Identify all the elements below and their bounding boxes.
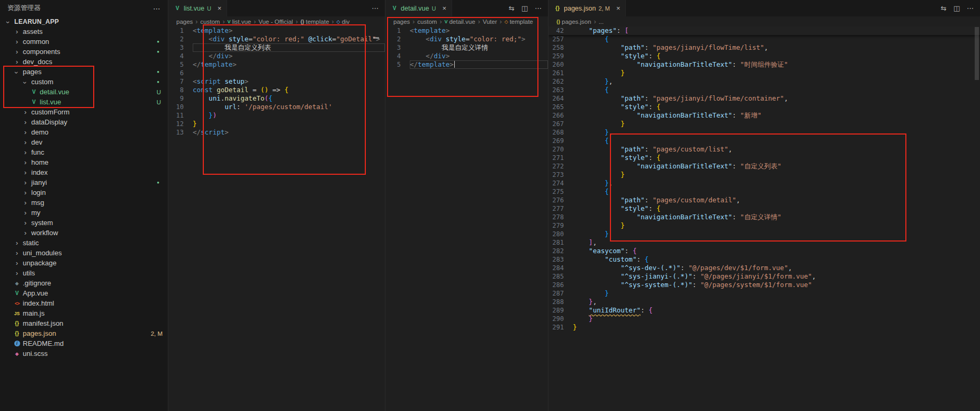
code-line-4[interactable]: 4 </div> xyxy=(168,52,385,60)
tree-item-uni-modules[interactable]: ›uni_modules xyxy=(0,248,168,258)
code-line-286[interactable]: 286 "^sys-system-(.*)": "@/pages/system/… xyxy=(549,281,980,289)
code-line-260[interactable]: 260 "navigationBarTitleText": "时间组件验证" xyxy=(549,60,980,69)
tree-item-datadisplay[interactable]: ›dataDisplay xyxy=(0,117,168,127)
tree-item-main-js[interactable]: JSmain.js xyxy=(0,308,168,318)
code-line-284[interactable]: 284 "^sys-dev-(.*)": "@/pages/dev/$1/for… xyxy=(549,264,980,272)
code-line-268[interactable]: 268 }, xyxy=(549,128,980,137)
tree-item-manifest-json[interactable]: {}manifest.json xyxy=(0,318,168,328)
code-line-291[interactable]: 291} xyxy=(549,323,980,332)
breadcrumb-item-list-vue[interactable]: Vlist.vue xyxy=(227,19,251,25)
code-line-6[interactable]: 6 xyxy=(168,69,385,77)
code-line-5[interactable]: 5</template> xyxy=(385,60,548,69)
breadcrumb-item-pages[interactable]: pages xyxy=(393,19,410,25)
tree-item-pages-json[interactable]: {}pages.json2, M xyxy=(0,328,168,338)
changes-icon[interactable]: ⇆ xyxy=(509,4,515,12)
code-line-1[interactable]: 1<template> xyxy=(385,26,548,35)
tree-item-learun-app[interactable]: ›LEARUN_APP xyxy=(0,16,168,26)
tree-item-index[interactable]: ›index xyxy=(0,167,168,177)
code-area[interactable]: 1<template>2 <div style="color: red;" @c… xyxy=(168,26,385,411)
tree-item-index-html[interactable]: <>index.html xyxy=(0,298,168,308)
tree-item-workflow[interactable]: ›workflow xyxy=(0,228,168,238)
breadcrumb-item-template[interactable]: {}template xyxy=(300,19,329,25)
tab-detail-vue[interactable]: Vdetail.vueU× xyxy=(385,0,452,16)
breadcrumb-item-vue-official[interactable]: Vue - Official xyxy=(258,19,293,25)
code-line-261[interactable]: 261 } xyxy=(549,69,980,77)
code-line-280[interactable]: 280 } xyxy=(549,230,980,238)
tree-item-static[interactable]: ›static xyxy=(0,238,168,248)
more-icon[interactable]: ⋯ xyxy=(535,4,542,12)
code-line-258[interactable]: 258 "path": "pages/jianyi/flowTime/list"… xyxy=(549,43,980,52)
code-line-262[interactable]: 262 }, xyxy=(549,77,980,86)
tree-item-uni-scss[interactable]: ◆uni.scss xyxy=(0,349,168,359)
code-line-265[interactable]: 265 "style": { xyxy=(549,103,980,111)
breadcrumb-item-vuter[interactable]: Vuter xyxy=(483,19,497,25)
code-line-42[interactable]: 42 "pages": [ xyxy=(549,26,980,35)
code-line-266[interactable]: 266 "navigationBarTitleText": "新增" xyxy=(549,111,980,120)
breadcrumb-item-custom[interactable]: custom xyxy=(417,19,437,25)
tree-item-login[interactable]: ›login xyxy=(0,187,168,198)
code-line-257[interactable]: 257 { xyxy=(549,35,980,43)
tree-item-customform[interactable]: ›customForm xyxy=(0,107,168,117)
code-line-13[interactable]: 13</script> xyxy=(168,128,385,137)
breadcrumb-item-pages-json[interactable]: {}pages.json xyxy=(556,19,591,25)
breadcrumb-item-div[interactable]: ◇div xyxy=(337,19,350,25)
tab-list-vue[interactable]: Vlist.vueU× xyxy=(168,0,227,16)
code-line-278[interactable]: 278 "navigationBarTitleText": "自定义详情" xyxy=(549,213,980,221)
more-icon[interactable]: ⋯ xyxy=(967,4,974,12)
tree-item-pages[interactable]: ›pages● xyxy=(0,67,168,77)
tree-item-msg[interactable]: ›msg xyxy=(0,198,168,208)
tree-item-dev-docs[interactable]: ›dev_docs xyxy=(0,57,168,67)
tree-item-common[interactable]: ›common● xyxy=(0,37,168,47)
code-line-1[interactable]: 1<template> xyxy=(168,26,385,35)
tree-item-app-vue[interactable]: VApp.vue xyxy=(0,288,168,298)
code-line-269[interactable]: 269 { xyxy=(549,137,980,145)
breadcrumb-item-[interactable]: ... xyxy=(599,19,604,25)
code-area[interactable]: 1<template>2 <div style="color: red;">3 … xyxy=(385,26,548,411)
code-line-3[interactable]: 3 我是自定义详情 xyxy=(385,43,548,52)
split-editor-icon[interactable]: ◫ xyxy=(522,4,528,12)
code-line-11[interactable]: 11 }) xyxy=(168,111,385,120)
code-line-270[interactable]: 270 "path": "pages/custom/list", xyxy=(549,145,980,154)
tree-item-components[interactable]: ›components● xyxy=(0,47,168,57)
tree-item-my[interactable]: ›my xyxy=(0,208,168,218)
code-line-2[interactable]: 2 <div style="color: red;"> xyxy=(385,35,548,43)
breadcrumb-item-pages[interactable]: pages xyxy=(176,19,193,25)
tree-item-demo[interactable]: ›demo xyxy=(0,127,168,137)
code-line-288[interactable]: 288 }, xyxy=(549,298,980,306)
close-icon[interactable]: × xyxy=(616,4,621,12)
tree-item-detail-vue[interactable]: Vdetail.vueU xyxy=(0,87,168,97)
changes-icon[interactable]: ⇆ xyxy=(941,4,947,12)
code-line-2[interactable]: 2 <div style="color: red;" @click="goDet… xyxy=(168,35,385,43)
code-line-259[interactable]: 259 "style": { xyxy=(549,52,980,60)
code-line-12[interactable]: 12} xyxy=(168,120,385,128)
code-line-290[interactable]: 290 } xyxy=(549,315,980,323)
code-line-4[interactable]: 4 </div> xyxy=(385,52,548,60)
code-line-279[interactable]: 279 } xyxy=(549,221,980,230)
tree-item-unpackage[interactable]: ›unpackage xyxy=(0,258,168,268)
breadcrumb-item-template[interactable]: ◇template xyxy=(505,19,533,25)
code-line-274[interactable]: 274 }, xyxy=(549,179,980,187)
code-line-275[interactable]: 275 { xyxy=(549,187,980,196)
code-line-281[interactable]: 281 ], xyxy=(549,238,980,247)
tree-item-home[interactable]: ›home xyxy=(0,157,168,167)
code-line-264[interactable]: 264 "path": "pages/jianyi/flowTime/conta… xyxy=(549,94,980,103)
code-line-8[interactable]: 8const goDetail = () => { xyxy=(168,86,385,94)
close-icon[interactable]: × xyxy=(442,4,446,12)
code-line-3[interactable]: 3 我是自定义列表 xyxy=(168,43,385,52)
split-editor-icon[interactable]: ◫ xyxy=(954,4,960,12)
breadcrumb-item-custom[interactable]: custom xyxy=(200,19,220,25)
code-line-277[interactable]: 277 "style": { xyxy=(549,204,980,213)
breadcrumb-item-detail-vue[interactable]: Vdetail.vue xyxy=(444,19,475,25)
code-line-10[interactable]: 10 url: '/pages/custom/detail' xyxy=(168,103,385,111)
tree-item-jianyi[interactable]: ›jianyi● xyxy=(0,177,168,187)
tab-pages-json[interactable]: {}pages.json2, M× xyxy=(549,0,626,16)
code-line-9[interactable]: 9 uni.navigateTo({ xyxy=(168,94,385,103)
code-line-289[interactable]: 289 "uniIdRouter": { xyxy=(549,306,980,315)
code-line-273[interactable]: 273 } xyxy=(549,171,980,179)
close-icon[interactable]: × xyxy=(218,4,222,12)
tree-item-system[interactable]: ›system xyxy=(0,218,168,228)
tree-item-list-vue[interactable]: Vlist.vueU xyxy=(0,97,168,107)
code-line-285[interactable]: 285 "^sys-jianyi-(.*)": "@/pages/jianyi/… xyxy=(549,272,980,281)
code-area[interactable]: 42 "pages": [257 {258 "path": "pages/jia… xyxy=(549,26,980,411)
code-line-263[interactable]: 263 { xyxy=(549,86,980,94)
